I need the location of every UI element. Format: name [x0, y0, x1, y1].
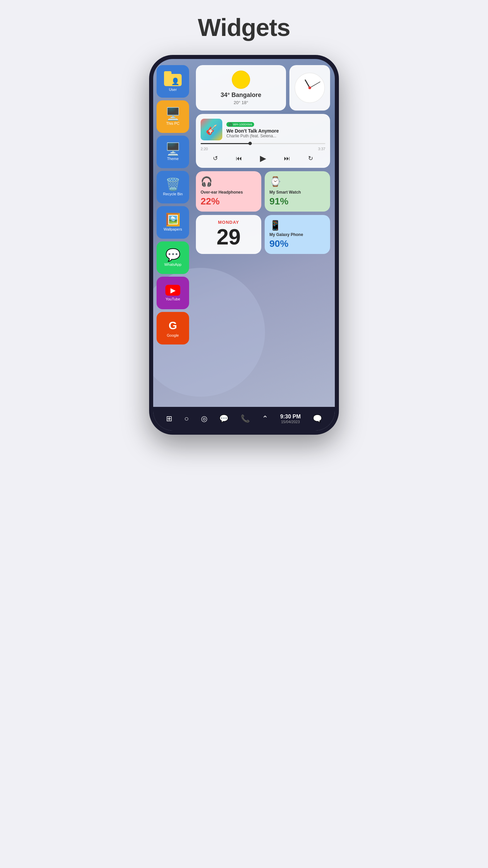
user-folder-icon: 👤: [164, 71, 182, 86]
page-title: Widgets: [198, 14, 290, 41]
music-times: 2:20 3:37: [201, 147, 325, 151]
music-next-icon[interactable]: ⏭: [284, 155, 290, 162]
weather-temperature: 34° Bangalore: [221, 92, 261, 99]
nav-time-group: 9:30 PM 15/04/2023: [280, 414, 301, 424]
theme-label: Theme: [167, 157, 179, 161]
sidebar-item-wallpapers[interactable]: 🖼️ Wallpapers: [157, 206, 189, 239]
smartwatch-name: My Smart Watch: [269, 190, 325, 195]
music-widget[interactable]: 🎸 🎧 WH-1000XM4 We Don't Talk Anymore Cha…: [196, 114, 330, 168]
music-device-badge: 🎧 WH-1000XM4: [226, 122, 254, 127]
thispc-label: This PC: [166, 121, 179, 125]
music-time-current: 2:20: [201, 147, 208, 151]
nav-date: 15/04/2023: [281, 420, 300, 424]
music-progress-fill: [201, 143, 250, 144]
galaxy-phone-icon: 📱: [269, 220, 325, 231]
music-album-art: 🎸: [201, 119, 222, 140]
nav-recents-icon[interactable]: ⊞: [166, 414, 172, 423]
user-label: User: [169, 87, 177, 92]
nav-notification-icon[interactable]: 🗨️: [313, 414, 322, 423]
music-title: We Don't Talk Anymore: [226, 128, 325, 134]
calendar-widget[interactable]: MONDAY 29: [196, 215, 261, 254]
headphones-icon: 🎧: [201, 176, 257, 187]
nav-up-icon[interactable]: ⌃: [262, 414, 268, 423]
smartwatch-icon: ⌚: [269, 176, 325, 187]
music-time-total: 3:37: [318, 147, 325, 151]
sidebar-item-recycle[interactable]: 🗑️ Recycle Bin: [157, 171, 189, 203]
sidebar-item-youtube[interactable]: ▶ YouTube: [157, 277, 189, 309]
clock-center-dot: [308, 86, 311, 89]
weather-sun-icon: [232, 71, 250, 89]
google-icon: G: [169, 319, 177, 332]
nav-messages-icon[interactable]: 💬: [219, 414, 228, 423]
music-progress-dot: [248, 142, 252, 145]
sidebar-item-whatsapp[interactable]: 💬 WhatsApp: [157, 241, 189, 274]
sidebar-item-user[interactable]: 👤 User: [157, 65, 189, 98]
sidebar-item-theme[interactable]: 🖥️ Theme: [157, 136, 189, 168]
smartwatch-widget[interactable]: ⌚ My Smart Watch 91%: [265, 171, 330, 212]
widget-area: 34° Bangalore 20° 18°: [194, 59, 335, 407]
theme-icon: 🖥️: [165, 143, 181, 155]
weather-minmax: 20° 18°: [234, 100, 248, 105]
galaxy-phone-name: My Galaxy Phone: [269, 232, 325, 237]
person-icon: 👤: [171, 77, 180, 85]
clock-widget[interactable]: [289, 65, 330, 111]
wallpapers-icon: 🖼️: [165, 214, 181, 226]
galaxy-phone-widget[interactable]: 📱 My Galaxy Phone 90%: [265, 215, 330, 254]
row-calendar-phone: MONDAY 29 📱 My Galaxy Phone 90%: [196, 215, 330, 254]
headphones-name: Over-ear Headphones: [201, 190, 257, 195]
music-prev-icon[interactable]: ⏮: [236, 155, 242, 162]
phone-mockup: 👤 User 🖥️ This PC 🖥️ Theme 🗑️ R: [149, 55, 339, 435]
phone-screen: 👤 User 🖥️ This PC 🖥️ Theme 🗑️ R: [153, 59, 335, 431]
calendar-day-label: MONDAY: [218, 220, 239, 225]
nav-home-icon[interactable]: ○: [184, 414, 189, 423]
phone-content: 👤 User 🖥️ This PC 🖥️ Theme 🗑️ R: [153, 59, 335, 407]
music-replay-icon[interactable]: ↺: [213, 155, 218, 162]
weather-widget[interactable]: 34° Bangalore 20° 18°: [196, 65, 286, 111]
thispc-icon: 🖥️: [165, 108, 181, 120]
headphones-battery: 22%: [201, 196, 257, 207]
headphones-widget[interactable]: 🎧 Over-ear Headphones 22%: [196, 171, 261, 212]
bottom-nav: ⊞ ○ ◎ 💬 📞 ⌃ 9:30 PM 15/04/2023 🗨️: [153, 407, 335, 431]
sidebar: 👤 User 🖥️ This PC 🖥️ Theme 🗑️ R: [153, 59, 194, 407]
music-info: 🎧 WH-1000XM4 We Don't Talk Anymore Charl…: [226, 121, 325, 138]
music-progress-bar[interactable]: [201, 143, 325, 144]
row-weather-clock: 34° Bangalore 20° 18°: [196, 65, 330, 111]
sidebar-item-thispc[interactable]: 🖥️ This PC: [157, 100, 189, 133]
nav-time: 9:30 PM: [280, 414, 301, 420]
music-artist: Charlie Puth (feat. Selena...: [226, 134, 325, 138]
whatsapp-label: WhatsApp: [164, 262, 182, 267]
google-label: Google: [167, 333, 179, 337]
smartwatch-battery: 91%: [269, 196, 325, 207]
row-devices: 🎧 Over-ear Headphones 22% ⌚ My Smart Wat…: [196, 171, 330, 212]
calendar-day-number: 29: [217, 226, 241, 248]
recycle-icon: 🗑️: [165, 178, 181, 191]
whatsapp-icon: 💬: [165, 249, 181, 261]
recycle-label: Recycle Bin: [163, 192, 183, 196]
nav-phone-icon[interactable]: 📞: [241, 414, 250, 423]
nav-back-icon[interactable]: ◎: [201, 414, 207, 423]
music-controls: ↺ ⏮ ▶ ⏭ ↻: [201, 154, 325, 163]
galaxy-phone-battery: 90%: [269, 238, 325, 249]
wallpapers-label: Wallpapers: [164, 227, 182, 231]
clock-face: [294, 73, 325, 103]
sidebar-item-google[interactable]: G Google: [157, 312, 189, 344]
music-forward-icon[interactable]: ↻: [308, 155, 313, 162]
clock-minute-hand: [310, 81, 321, 88]
music-play-icon[interactable]: ▶: [260, 154, 266, 163]
music-top: 🎸 🎧 WH-1000XM4 We Don't Talk Anymore Cha…: [201, 119, 325, 140]
youtube-label: YouTube: [165, 297, 180, 301]
youtube-play-icon: ▶: [165, 285, 180, 296]
